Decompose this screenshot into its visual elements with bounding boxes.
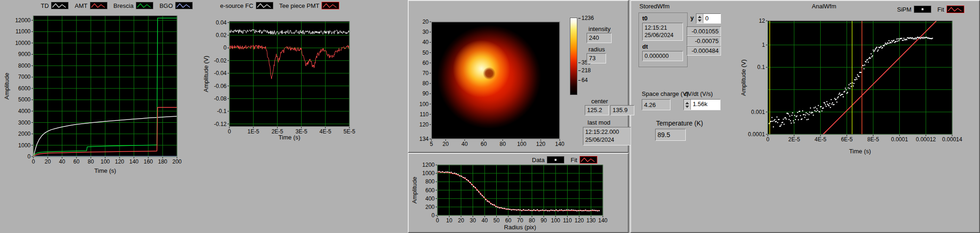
legend-sample[interactable] bbox=[51, 2, 69, 9]
tick-label: 100 bbox=[551, 217, 560, 224]
analwfm-title: AnalWfm bbox=[812, 3, 836, 10]
tick-label: 9000 bbox=[18, 51, 31, 57]
tick-label: 160 bbox=[144, 158, 153, 165]
tick-label: 11000 bbox=[16, 28, 31, 35]
center-y-value: 135.9 bbox=[610, 105, 634, 115]
y-index-value[interactable]: 0 bbox=[703, 14, 721, 23]
increment-icon[interactable] bbox=[685, 102, 689, 104]
rates-chart-legend: TDAMTBresciaBGO bbox=[41, 2, 193, 9]
dvdt-label: dV/dt (V/s) bbox=[684, 90, 713, 97]
radial-profile-graph[interactable]: 0102030405060708090100110120130140020040… bbox=[412, 156, 609, 232]
t0-value: 12:15:21 25/06/2024 bbox=[642, 23, 683, 41]
legend-sample[interactable] bbox=[90, 2, 107, 9]
y-index-spinner[interactable]: 0 bbox=[696, 13, 721, 24]
decrement-icon[interactable] bbox=[685, 106, 689, 108]
decrement-icon[interactable] bbox=[698, 19, 702, 22]
tick-label: 60 bbox=[481, 141, 487, 147]
tick-label: 70 bbox=[423, 70, 429, 76]
tick-label: 40 bbox=[59, 158, 65, 165]
tick-label: 0.0001 bbox=[891, 136, 908, 143]
legend-item-amt[interactable]: AMT bbox=[75, 2, 107, 9]
tick-label: 1E-5 bbox=[247, 128, 259, 135]
tick-label: 20 bbox=[458, 217, 464, 224]
tick-label: 12000 bbox=[15, 17, 31, 24]
analysis-waveform-graph[interactable]: 02E-54E-56E-58E-50.00010.000120.00014121… bbox=[741, 17, 959, 156]
legend-sample[interactable] bbox=[914, 6, 931, 13]
tick-label: 8000 bbox=[18, 63, 31, 69]
colorbar-max-label: 1236 bbox=[578, 15, 594, 21]
tick-label: 60 bbox=[505, 217, 512, 224]
tick-label: 0 bbox=[32, 158, 35, 165]
dvdt-value[interactable]: 1.56k bbox=[691, 100, 720, 110]
y-axis-label: Amplitude (V) bbox=[740, 59, 747, 96]
tick-label: 80 bbox=[529, 217, 535, 224]
legend-label: e-source FC bbox=[220, 2, 253, 9]
tick-label: 120 bbox=[536, 141, 545, 147]
beam-image-axes[interactable]: 5204060801001201402030405060708090100110… bbox=[408, 17, 568, 151]
tick-label: 20 bbox=[443, 141, 449, 147]
tick-label: 800 bbox=[425, 178, 435, 185]
legend-label: SiPM bbox=[897, 6, 911, 13]
y-axis-label: Amplitude (V) bbox=[202, 56, 209, 92]
tick-label: 10000 bbox=[15, 40, 31, 46]
legend-label: BGO bbox=[159, 2, 173, 9]
dt-label: dt bbox=[642, 43, 684, 50]
tick-label: 0.001 bbox=[751, 109, 765, 115]
legend-sample[interactable] bbox=[136, 2, 153, 9]
plot-background bbox=[229, 21, 349, 126]
tick-label: 40 bbox=[481, 217, 488, 224]
legend-item-sipm[interactable]: SiPM bbox=[897, 6, 931, 13]
tick-label: 140 bbox=[129, 158, 139, 165]
x-axis-label: Radius (pix) bbox=[504, 224, 536, 231]
t0-date: 25/06/2024 bbox=[645, 31, 681, 39]
tick-label: 400 bbox=[425, 195, 435, 202]
tick-label: 80 bbox=[88, 158, 94, 165]
legend-sample[interactable] bbox=[175, 2, 193, 9]
tick-label: 50 bbox=[493, 217, 500, 224]
tick-label: 30 bbox=[423, 29, 429, 35]
tick-label: 0.1 bbox=[757, 64, 765, 70]
tick-label: 30 bbox=[470, 217, 476, 224]
tick-label: 110 bbox=[563, 217, 572, 224]
tick-label: 120 bbox=[575, 217, 584, 224]
legend-label: Fit bbox=[937, 6, 944, 13]
rates-vs-time-graph[interactable]: 0204060801001201401601802000100020003000… bbox=[5, 12, 181, 175]
tick-label: 60 bbox=[423, 60, 429, 66]
legend-item-fit[interactable]: Fit bbox=[937, 6, 964, 13]
intensity-colorbar[interactable] bbox=[570, 18, 577, 95]
tick-label: 0 bbox=[766, 136, 770, 143]
increment-icon[interactable] bbox=[698, 16, 702, 18]
tick-label: 2000 bbox=[18, 131, 31, 137]
legend-item-e-source-fc[interactable]: e-source FC bbox=[220, 2, 273, 9]
tick-label: 90 bbox=[423, 90, 429, 97]
tick-label: 0.00012 bbox=[916, 136, 936, 143]
legend-sample[interactable] bbox=[256, 2, 273, 9]
legend-item-tee-piece-pmt[interactable]: Tee piece PMT bbox=[279, 2, 340, 9]
tick-label: 110 bbox=[420, 111, 429, 118]
tick-label: 4000 bbox=[18, 108, 31, 114]
tick-label: 12 bbox=[759, 18, 765, 24]
tick-label: 100 bbox=[419, 101, 429, 107]
legend-label: TD bbox=[41, 2, 49, 9]
legend-item-bgo[interactable]: BGO bbox=[159, 2, 193, 9]
tick-label: 4E-5 bbox=[815, 136, 827, 143]
dvdt-control[interactable]: 1.56k bbox=[683, 99, 721, 110]
tick-label: 140 bbox=[555, 141, 564, 147]
tick-label: 0 bbox=[223, 44, 227, 51]
legend-sample[interactable] bbox=[947, 6, 964, 13]
tick-label: 3000 bbox=[18, 120, 31, 126]
fc-pmt-waveform-graph[interactable]: 01E-52E-53E-54E-55E-50.040.020-0.02-0.04… bbox=[204, 17, 352, 142]
last-mod-value: 12:15:22.000 25/06/2024 bbox=[583, 127, 631, 145]
last-mod-time: 12:15:22.000 bbox=[585, 128, 629, 136]
legend-item-td[interactable]: TD bbox=[41, 2, 69, 9]
tick-label: 140 bbox=[598, 217, 607, 224]
legend-label: Tee piece PMT bbox=[279, 2, 320, 9]
y-array-value-1: -0.00075 bbox=[687, 36, 721, 46]
legend-sample[interactable] bbox=[322, 2, 339, 9]
tick-label: 50 bbox=[423, 50, 429, 56]
t0-time: 12:15:21 bbox=[645, 24, 681, 31]
legend-item-brescia[interactable]: Brescia bbox=[114, 2, 153, 9]
y-axis-label: Amplitude bbox=[411, 177, 418, 204]
tick-label: 20 bbox=[44, 158, 51, 165]
tick-label: 1 bbox=[762, 42, 765, 48]
